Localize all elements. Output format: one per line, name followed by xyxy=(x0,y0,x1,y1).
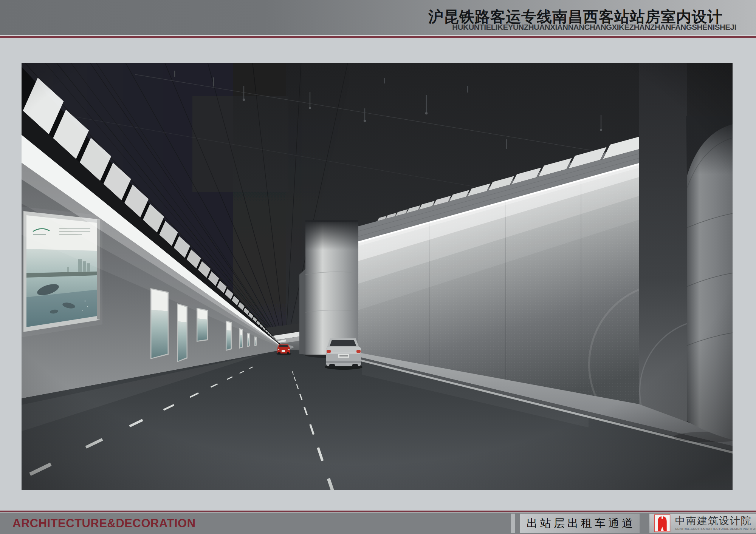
company-text: 中南建筑设计院 CENTRAL-SOUTH ARCHITECTURAL DESI… xyxy=(675,515,754,531)
board-title-pinyin: HUKUNTIELIKEYUNZHUANXIANNANCHANGXIKEZHAN… xyxy=(452,23,736,32)
vignette xyxy=(22,63,733,490)
footer-separator xyxy=(511,514,515,533)
tunnel-rendering-svg xyxy=(22,63,733,490)
company-name-en: CENTRAL-SOUTH ARCHITECTURAL DESIGN INSTI… xyxy=(675,527,754,531)
drawing-caption: 出站层出租车通道 xyxy=(524,516,635,531)
drawing-caption-panel: 出站层出租车通道 xyxy=(520,514,640,533)
company-logo-icon xyxy=(654,514,671,532)
presentation-board: 沪昆铁路客运专线南昌西客站站房室内设计 HUKUNTIELIKEYUNZHUAN… xyxy=(0,0,756,534)
rendering-image xyxy=(22,63,733,490)
company-panel: 中南建筑设计院 CENTRAL-SOUTH ARCHITECTURAL DESI… xyxy=(649,514,756,533)
brand-wordmark: ARCHITECTURE&DECORATION xyxy=(12,517,196,530)
company-name-cn: 中南建筑设计院 xyxy=(675,515,754,527)
accent-stripe-top xyxy=(0,36,756,38)
